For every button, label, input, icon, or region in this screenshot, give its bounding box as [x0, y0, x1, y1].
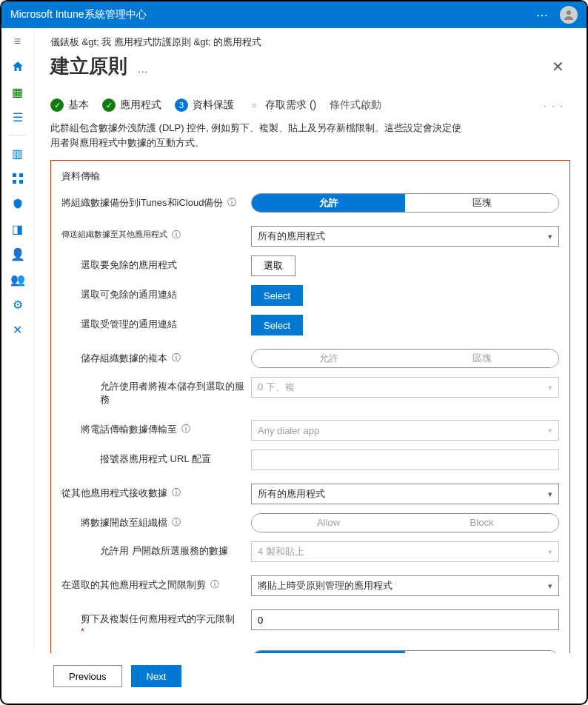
chevron-down-icon: ▾ [548, 581, 552, 591]
person-icon [563, 9, 575, 21]
label-allow-save-services: 允許使用者將複本儲存到選取的服務 [100, 380, 251, 407]
label-restrict-ccp: 在選取的其他應用程式之間限制剪 [61, 578, 206, 592]
security-icon[interactable] [10, 196, 25, 211]
select-managed-links-button[interactable]: Select [251, 315, 303, 335]
toggle-open-block: Block [405, 514, 558, 532]
toggle-open-allow: Allow [252, 514, 405, 532]
footer: Previous Next [1, 653, 587, 704]
toggle-backup[interactable]: 允許 區塊 [251, 193, 559, 213]
titlebar-more-icon[interactable]: ⋯ [536, 8, 549, 22]
groups-icon[interactable]: 👥 [10, 272, 25, 287]
svg-rect-3 [13, 180, 16, 184]
label-open-into-org: 將數據開啟至組織檔 [81, 516, 167, 529]
step-basics[interactable]: 基本 [50, 98, 89, 112]
stepper: 基本 應用程式 3資料保護 存取需求 () 條件式啟動 · · · [50, 98, 570, 112]
info-icon[interactable]: ⓘ [181, 423, 190, 435]
settings-icon[interactable]: ⚙ [10, 297, 25, 312]
label-managed-links: 選取受管理的通用連結 [81, 318, 177, 331]
chevron-down-icon: ▾ [548, 383, 552, 392]
select-exempt-apps-button[interactable]: 選取 [251, 255, 295, 276]
home-icon[interactable] [10, 59, 25, 74]
info-icon[interactable]: ⓘ [172, 487, 181, 499]
label-send-to-other: 傳送組織數據至其他應用程式 [61, 229, 167, 240]
label-receive: 從其他應用程式接收數據 [61, 487, 167, 500]
main-content: 儀錶板 &gt; 我 應用程式防護原則 &gt; 的應用程式 建立原則 … ✕ … [34, 28, 587, 653]
label-char-limit: 剪下及複製任何應用程式的字元限制* [81, 612, 235, 637]
label-exempt-apps: 選取要免除的應用程式 [81, 258, 177, 272]
next-button[interactable]: Next [131, 665, 182, 687]
dropdown-save-services: 0 下、複▾ [251, 377, 559, 398]
label-backup: 將組織數據備份到iTunes和iCloud備份 [61, 196, 223, 210]
menu-icon[interactable]: ≡ [10, 34, 25, 49]
page-subtitle-dots: … [138, 63, 148, 75]
label-save-copies: 儲存組織數據的複本 [81, 352, 167, 365]
input-char-limit[interactable] [251, 609, 559, 630]
dropdown-open-services: 4 製和貼上▾ [251, 541, 559, 562]
chevron-down-icon: ▾ [548, 490, 552, 499]
stepper-more-icon[interactable]: · · · [544, 100, 570, 111]
svg-rect-4 [19, 180, 23, 184]
previous-button[interactable]: Previous [53, 665, 122, 687]
toggle-save-copies-allow: 允許 [252, 350, 405, 367]
devices-icon[interactable]: ▥ [10, 146, 25, 161]
label-telecom: 將電話傳輸數據傳輸至 [81, 423, 177, 436]
info-icon[interactable]: ⓘ [172, 229, 181, 241]
step-access[interactable]: 存取需求 () [247, 98, 316, 112]
avatar[interactable] [560, 6, 578, 24]
app-title: Microsoft Intune系統管理中心 [10, 8, 147, 21]
reports-icon[interactable]: ◨ [10, 221, 25, 236]
dropdown-telecom: Any dialer app▾ [251, 420, 559, 441]
step-apps[interactable]: 應用程式 [102, 98, 161, 112]
dropdown-receive[interactable]: 所有的應用程式▾ [251, 484, 559, 504]
select-exempt-links-button[interactable]: Select [251, 285, 303, 306]
svg-point-0 [567, 10, 571, 15]
toggle-backup-allow[interactable]: 允許 [252, 194, 405, 212]
svg-rect-1 [13, 173, 16, 177]
breadcrumb[interactable]: 儀錶板 &gt; 我 應用程式防護原則 &gt; 的應用程式 [50, 36, 570, 49]
dashboard-icon[interactable]: ▦ [10, 84, 25, 99]
dropdown-restrict-ccp[interactable]: 將貼上時受原則管理的應用程式▾ [251, 575, 559, 596]
info-icon[interactable]: ⓘ [210, 578, 219, 591]
toggle-open-into-org: Allow Block [251, 513, 559, 532]
label-dialer-url: 撥號器應用程式 URL 配置 [100, 452, 211, 466]
divider [9, 135, 27, 136]
chevron-down-icon: ▾ [548, 232, 552, 241]
info-icon[interactable]: ⓘ [227, 196, 236, 209]
highlight-box: 資料傳輸 將組織數據備份到iTunes和iCloud備份ⓘ 允許 區塊 傳送組織… [50, 160, 570, 653]
tools-icon[interactable]: ✕ [10, 322, 25, 337]
info-icon[interactable]: ⓘ [172, 352, 181, 364]
label-exempt-links: 選取可免除的通用連結 [81, 288, 177, 301]
info-icon[interactable]: ⓘ [172, 516, 181, 529]
section-header-data-transfer: 資料傳輸 [61, 170, 559, 183]
dropdown-send-to-other[interactable]: 所有的應用程式▾ [251, 226, 559, 247]
apps-icon[interactable] [10, 171, 25, 186]
toggle-backup-block[interactable]: 區塊 [405, 194, 558, 212]
svg-rect-2 [19, 173, 23, 177]
list-icon[interactable]: ☰ [10, 110, 25, 124]
section-description: 此群組包含數據外洩防護 (DLP) 控件, 例如剪下、複製、貼上及另存新檔限制。… [50, 121, 465, 150]
users-icon[interactable]: 👤 [10, 247, 25, 261]
chevron-down-icon: ▾ [548, 426, 552, 435]
input-dialer-url [251, 450, 559, 470]
label-allow-open-services: 允許用 戶開啟所選服務的數據 [100, 544, 228, 558]
chevron-down-icon: ▾ [548, 547, 552, 557]
step-conditional[interactable]: 條件式啟動 [330, 98, 381, 112]
step-data-protection[interactable]: 3資料保護 [175, 98, 234, 112]
close-icon[interactable]: ✕ [546, 55, 570, 78]
toggle-save-copies-block: 區塊 [405, 350, 558, 367]
sidebar: ≡ ▦ ☰ ▥ ◨ 👤 👥 ⚙ ✕ [1, 28, 34, 653]
titlebar: Microsoft Intune系統管理中心 ⋯ [1, 1, 587, 28]
toggle-save-copies: 允許 區塊 [251, 349, 559, 368]
page-title: 建立原則 [50, 55, 127, 77]
